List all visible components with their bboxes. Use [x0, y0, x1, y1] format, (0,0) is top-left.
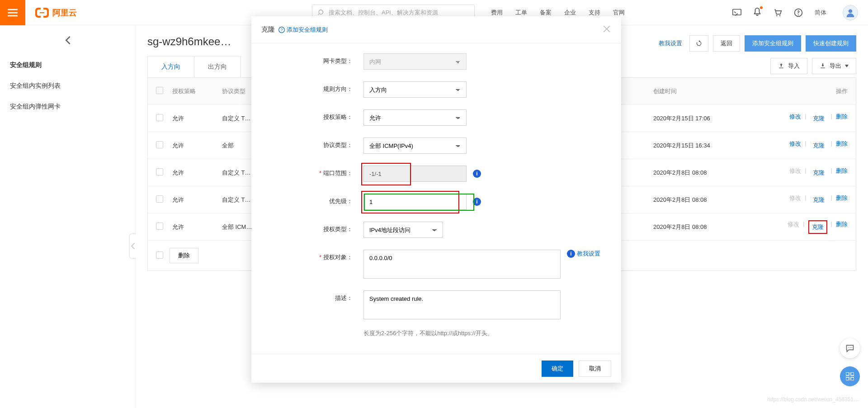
auth-type-select[interactable]: IPv4地址段访问	[363, 222, 443, 238]
label-nic: 网卡类型：	[268, 53, 353, 65]
modal-help-link[interactable]: ? 添加安全组规则	[278, 26, 328, 34]
row-clone-link[interactable]: 克隆	[808, 220, 827, 234]
chat-floating-button[interactable]	[840, 338, 860, 358]
sidebar-item-eni[interactable]: 安全组内弹性网卡	[0, 96, 135, 117]
select-all-checkbox[interactable]	[156, 87, 163, 94]
row-delete-link[interactable]: 删除	[836, 167, 848, 179]
row-delete-link[interactable]: 删除	[836, 113, 848, 124]
svg-rect-12	[846, 377, 849, 380]
sidebar-item-instances[interactable]: 安全组内实例列表	[0, 76, 135, 96]
nic-select: 内网	[363, 53, 467, 70]
row-checkbox[interactable]	[156, 114, 163, 121]
tab-inbound[interactable]: 入方向	[148, 57, 194, 77]
modal-close-button[interactable]	[602, 24, 611, 35]
col-ops: 操作	[757, 87, 848, 95]
select-all-bottom-checkbox[interactable]	[156, 251, 163, 259]
tab-outbound[interactable]: 出方向	[194, 57, 241, 77]
sidebar-back[interactable]	[0, 35, 135, 47]
aliyun-logo-icon	[35, 8, 49, 18]
row-clone-link[interactable]: 克隆	[810, 167, 827, 179]
notification-button[interactable]	[753, 7, 761, 18]
label-protocol: 协议类型：	[268, 138, 353, 149]
cell-created: 2020年2月8日 08:08	[653, 169, 757, 177]
hamburger-button[interactable]	[0, 0, 25, 25]
close-icon	[602, 24, 611, 33]
direction-tabs: 入方向 出方向	[147, 56, 241, 77]
auth-object-textarea[interactable]: 0.0.0.0/0	[363, 250, 561, 279]
direction-select[interactable]: 入方向	[363, 81, 467, 98]
row-modify-link[interactable]: 修改	[789, 140, 801, 152]
col-ops-label: 操作	[836, 87, 848, 95]
sidebar-item-rules[interactable]: 安全组规则	[0, 55, 135, 76]
svg-point-4	[849, 9, 852, 13]
row-modify-link: 修改	[789, 167, 801, 179]
sidebar-collapse[interactable]	[129, 233, 136, 259]
svg-rect-10	[846, 372, 849, 375]
row-clone-link[interactable]: 克隆	[810, 194, 827, 206]
modal-cancel-button[interactable]: 取消	[579, 361, 611, 377]
search-placeholder: 搜索文档、控制台、API、解决方案和资源	[329, 9, 438, 17]
brand-logo[interactable]: 阿里云	[35, 7, 77, 18]
help-circle-icon: ?	[278, 27, 285, 33]
import-button[interactable]: 导入	[770, 58, 807, 74]
priority-input[interactable]	[363, 194, 467, 210]
cell-auth: 允许	[172, 223, 222, 231]
clone-rule-modal: 克隆 ? 添加安全组规则 网卡类型： 内网 规则方向： 入方向 授权策略： 允许	[251, 16, 621, 383]
nav-official[interactable]: 官网	[613, 9, 625, 17]
apps-floating-button[interactable]	[840, 366, 860, 386]
label-auth-type: 授权类型：	[268, 222, 353, 233]
watermark: https://blog.csdn.net/weixin_456351…	[767, 396, 859, 403]
row-checkbox[interactable]	[156, 168, 163, 176]
auth-policy-select[interactable]: 允许	[363, 109, 467, 126]
svg-point-1	[776, 15, 778, 16]
auth-obj-teach-link[interactable]: i教我设置	[567, 250, 600, 258]
brand-text: 阿里云	[52, 7, 77, 18]
port-range-input	[363, 166, 467, 182]
console-icon[interactable]	[732, 9, 741, 17]
modal-ok-button[interactable]: 确定	[542, 361, 573, 377]
nav-cost[interactable]: 费用	[491, 9, 503, 17]
port-info-icon[interactable]: i	[473, 170, 481, 178]
row-clone-link[interactable]: 克隆	[810, 140, 827, 152]
row-delete-link[interactable]: 删除	[836, 194, 848, 206]
modal-title: 克隆	[261, 25, 275, 34]
label-priority: 优先级：	[268, 194, 353, 205]
nav-enterprise[interactable]: 企业	[564, 9, 576, 17]
refresh-button[interactable]	[689, 35, 708, 52]
cart-icon[interactable]	[773, 8, 782, 17]
search-icon	[318, 9, 325, 16]
row-checkbox[interactable]	[156, 223, 163, 230]
label-desc: 描述：	[268, 290, 353, 302]
row-delete-link[interactable]: 删除	[836, 140, 848, 152]
row-clone-link[interactable]: 克隆	[810, 113, 827, 124]
nav-support[interactable]: 支持	[589, 9, 600, 17]
batch-delete-button[interactable]: 删除	[170, 248, 198, 263]
description-textarea[interactable]: System created rule.	[363, 290, 561, 319]
auth-obj-teach-label: 教我设置	[577, 250, 600, 258]
cell-auth: 允许	[172, 169, 222, 177]
row-modify-link[interactable]: 修改	[789, 113, 801, 124]
protocol-select[interactable]: 全部 ICMP(IPv4)	[363, 138, 467, 154]
download-icon	[820, 63, 826, 69]
svg-rect-11	[851, 372, 854, 375]
nav-ticket[interactable]: 工单	[515, 9, 527, 17]
teach-me-link[interactable]: 教我设置	[656, 35, 685, 52]
export-button[interactable]: 导出	[812, 58, 856, 74]
nav-icp[interactable]: 备案	[540, 9, 552, 17]
cell-auth: 允许	[172, 196, 222, 204]
row-checkbox[interactable]	[156, 141, 163, 148]
user-avatar[interactable]	[843, 5, 858, 20]
caret-down-icon	[845, 65, 849, 67]
add-rule-button[interactable]: 添加安全组规则	[745, 35, 801, 52]
svg-text:?: ?	[281, 28, 283, 32]
back-button[interactable]: 返回	[713, 35, 740, 52]
cell-auth: 允许	[172, 114, 222, 123]
row-delete-link[interactable]: 删除	[836, 220, 848, 234]
help-icon[interactable]	[794, 8, 803, 17]
quick-create-button[interactable]: 快速创建规则	[806, 35, 856, 52]
label-direction: 规则方向：	[268, 81, 353, 93]
priority-info-icon[interactable]: i	[473, 198, 481, 206]
row-checkbox[interactable]	[156, 195, 163, 203]
lang-switcher[interactable]: 简体	[815, 9, 826, 17]
description-hint: 长度为2-256个字符，不能以http://或https://开头。	[363, 329, 561, 337]
